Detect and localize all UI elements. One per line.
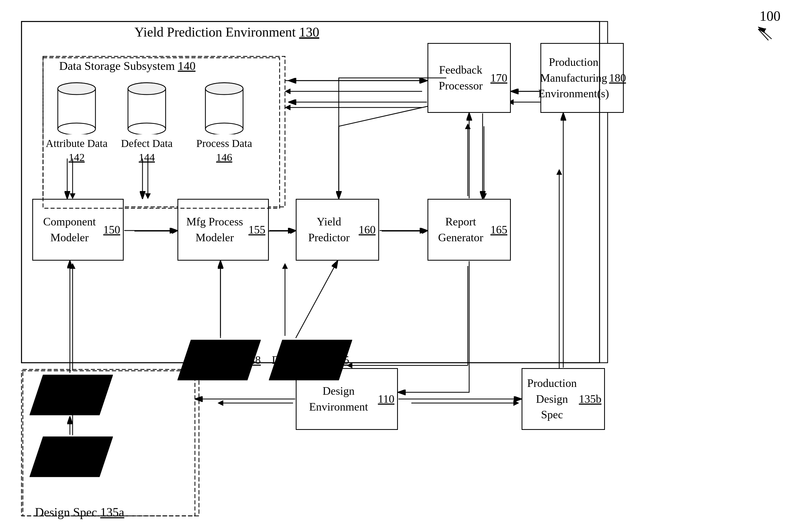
svg-point-53 bbox=[58, 83, 95, 95]
process-data-label: Process Data146 bbox=[196, 136, 252, 165]
svg-marker-34 bbox=[218, 263, 223, 269]
svg-point-52 bbox=[58, 123, 95, 134]
mfg-process-modeler-box: Mfg Process Modeler155 bbox=[178, 199, 269, 261]
svg-marker-6 bbox=[70, 193, 75, 199]
svg-marker-46 bbox=[419, 78, 425, 83]
attribute-data-label: Attribute Data142 bbox=[46, 136, 108, 165]
svg-point-64 bbox=[205, 123, 243, 134]
attribute-data-cylinder: Attribute Data142 bbox=[46, 81, 108, 165]
production-mfg-box: Production Manufacturing Environment(s)1… bbox=[540, 43, 624, 113]
bom-parallelogram: BOM120 bbox=[30, 374, 113, 416]
component-modeler-box: Component Modeler150 bbox=[32, 199, 124, 261]
svg-marker-32 bbox=[282, 263, 288, 269]
defect-data-label: Defect Data144 bbox=[121, 136, 173, 165]
svg-point-59 bbox=[128, 83, 166, 95]
defect-data-cylinder: Defect Data144 bbox=[121, 81, 173, 165]
svg-point-58 bbox=[128, 123, 166, 134]
svg-marker-44 bbox=[557, 169, 562, 175]
svg-marker-93 bbox=[758, 28, 766, 33]
svg-line-92 bbox=[758, 29, 768, 40]
design-spec-label: Design Spec 135a bbox=[35, 505, 124, 519]
design-rules-parallelogram: Design Rules105 bbox=[269, 339, 352, 382]
svg-marker-18 bbox=[285, 89, 291, 94]
svg-marker-12 bbox=[291, 228, 296, 234]
svg-marker-36 bbox=[70, 263, 75, 269]
svg-marker-8 bbox=[145, 193, 151, 199]
process-data-cylinder: Process Data146 bbox=[196, 81, 252, 165]
yield-predictor-box: Yield Predictor160 bbox=[296, 199, 379, 261]
feedback-processor-box: Feedback Processor170 bbox=[428, 43, 511, 113]
svg-line-85 bbox=[296, 261, 337, 338]
production-design-spec-box: Production Design Spec135b bbox=[522, 368, 605, 430]
svg-point-65 bbox=[205, 83, 243, 95]
schematic-parallelogram: Schematic115 bbox=[30, 435, 113, 478]
model-options-parallelogram: Model Options148 bbox=[178, 339, 261, 382]
svg-marker-1 bbox=[758, 27, 766, 32]
svg-marker-40 bbox=[218, 400, 223, 406]
reference-number: 100 bbox=[760, 8, 781, 24]
svg-marker-24 bbox=[481, 193, 487, 199]
data-storage-label: Data Storage Subsystem 140 bbox=[59, 59, 195, 73]
report-generator-box: Report Generator165 bbox=[428, 199, 511, 261]
svg-marker-10 bbox=[172, 228, 178, 234]
svg-marker-20 bbox=[285, 105, 291, 110]
yield-env-label: Yield Prediction Environment 130 bbox=[134, 24, 319, 40]
svg-marker-14 bbox=[422, 228, 428, 234]
svg-line-0 bbox=[758, 27, 771, 39]
svg-marker-16 bbox=[465, 124, 470, 129]
svg-marker-42 bbox=[514, 400, 519, 406]
